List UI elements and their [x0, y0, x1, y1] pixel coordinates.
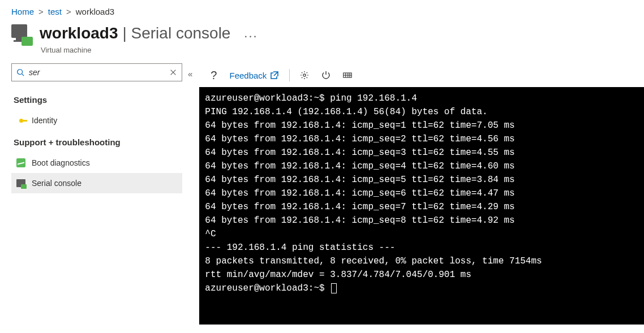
terminal-line: 64 bytes from 192.168.1.4: icmp_seq=5 tt… — [205, 173, 638, 187]
sidebar: Settings Identity Support + troubleshoot… — [11, 63, 182, 193]
feedback-button[interactable]: Feedback — [225, 68, 284, 83]
feedback-label: Feedback — [229, 71, 267, 80]
sidebar-item-serial-console[interactable]: Serial console — [11, 173, 182, 193]
breadcrumb: Home > test > workload3 — [0, 0, 644, 19]
page-title: workload3 | Serial console ··· — [40, 24, 258, 44]
sidebar-item-label: Identity — [32, 116, 57, 125]
sidebar-item-identity[interactable]: Identity — [11, 110, 182, 131]
breadcrumb-home[interactable]: Home — [11, 7, 34, 16]
cursor-icon — [331, 283, 337, 293]
menu-search[interactable] — [11, 63, 182, 81]
toolbar: ? Feedback — [199, 63, 644, 87]
menu-search-input[interactable] — [29, 68, 166, 77]
terminal-line: PING 192.168.1.4 (192.168.1.4) 56(84) by… — [205, 105, 638, 119]
blade-section-name: Serial console — [131, 24, 231, 42]
settings-button[interactable] — [295, 68, 314, 82]
toolbar-divider — [289, 69, 290, 81]
terminal-line: --- 192.168.1.4 ping statistics --- — [205, 241, 638, 254]
main-content: ? Feedback — [199, 63, 644, 325]
more-actions-icon[interactable]: ··· — [244, 29, 257, 44]
power-icon — [321, 71, 330, 80]
sidebar-item-label: Boot diagnostics — [32, 158, 90, 167]
clear-icon[interactable] — [169, 68, 177, 76]
breadcrumb-sep-icon: > — [38, 7, 44, 16]
section-settings: Settings — [11, 88, 182, 110]
terminal-line: 64 bytes from 192.168.1.4: icmp_seq=6 tt… — [205, 187, 638, 200]
terminal-line: azureuser@workload3:~$ ping 192.168.1.4 — [205, 92, 638, 105]
terminal-line: 64 bytes from 192.168.1.4: icmp_seq=3 tt… — [205, 146, 638, 159]
terminal-line: 64 bytes from 192.168.1.4: icmp_seq=2 tt… — [205, 132, 638, 146]
collapse-sidebar-icon[interactable]: « — [184, 66, 196, 82]
terminal-line: rtt min/avg/max/mdev = 3.837/4.784/7.045… — [205, 268, 638, 282]
search-icon — [16, 68, 24, 76]
terminal-line: 64 bytes from 192.168.1.4: icmp_seq=1 tt… — [205, 119, 638, 132]
terminal-line: 64 bytes from 192.168.1.4: icmp_seq=7 tt… — [205, 200, 638, 214]
section-support: Support + troubleshooting — [11, 131, 182, 153]
gear-icon — [300, 71, 309, 80]
keyboard-button[interactable] — [338, 68, 357, 82]
page-title-row: workload3 | Serial console ··· — [0, 19, 644, 47]
resource-type-label: Virtual machine — [0, 46, 644, 62]
terminal-line: 8 packets transmitted, 8 received, 0% pa… — [205, 254, 638, 268]
svg-point-4 — [303, 74, 306, 76]
serial-console-output[interactable]: azureuser@workload3:~$ ping 192.168.1.4P… — [199, 87, 644, 325]
chart-icon — [16, 158, 26, 168]
vm-resource-icon — [11, 24, 32, 45]
title-separator: | — [120, 24, 128, 42]
breadcrumb-current: workload3 — [76, 7, 114, 16]
external-link-icon — [270, 71, 279, 80]
terminal-line: 64 bytes from 192.168.1.4: icmp_seq=8 tt… — [205, 214, 638, 227]
breadcrumb-sep-icon: > — [66, 7, 71, 16]
sidebar-item-label: Serial console — [32, 179, 81, 188]
breadcrumb-level1[interactable]: test — [48, 7, 62, 16]
terminal-prompt[interactable]: azureuser@workload3:~$ — [205, 282, 638, 295]
svg-point-0 — [18, 70, 23, 75]
help-button[interactable]: ? — [206, 67, 221, 84]
terminal-line: ^C — [205, 227, 638, 241]
svg-line-1 — [22, 74, 24, 76]
terminal-icon — [16, 178, 26, 188]
power-button[interactable] — [317, 68, 335, 82]
terminal-line: 64 bytes from 192.168.1.4: icmp_seq=4 tt… — [205, 159, 638, 173]
sidebar-item-boot-diagnostics[interactable]: Boot diagnostics — [11, 153, 182, 173]
keyboard-icon — [343, 71, 352, 80]
key-icon — [16, 115, 26, 126]
resource-name: workload3 — [40, 24, 118, 42]
